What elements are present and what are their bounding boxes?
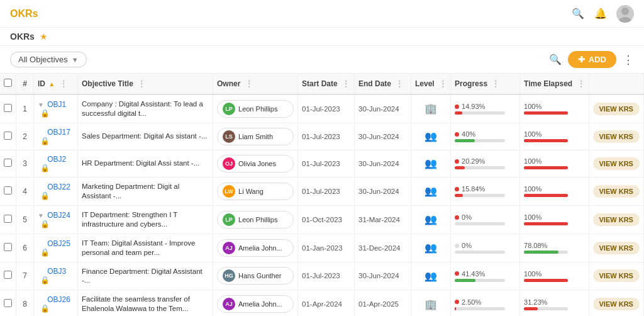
row-checkbox[interactable]: [4, 186, 12, 195]
view-krs-button[interactable]: VIEW KRS: [593, 185, 640, 198]
owner-chip[interactable]: LW Li Wang: [217, 183, 294, 200]
col-elapsed-header[interactable]: Time Elapsed ⋮: [520, 74, 589, 94]
owner-chip[interactable]: LP Leon Phillips: [217, 100, 294, 118]
progress-dot-row: 0%: [455, 242, 516, 249]
filter-label: All Objectives: [18, 55, 68, 64]
col-drag-icon[interactable]: ⋮: [577, 79, 585, 88]
view-krs-button[interactable]: VIEW KRS: [593, 242, 640, 254]
bell-icon[interactable]: 🔔: [594, 7, 608, 21]
objective-id-link[interactable]: OBJ22: [47, 183, 70, 191]
col-drag-icon[interactable]: ⋮: [245, 79, 253, 88]
objective-id-link[interactable]: OBJ3: [47, 267, 66, 276]
row-owner-cell: HG Hans Gunther: [213, 262, 298, 290]
col-drag-icon[interactable]: ⋮: [396, 79, 403, 88]
owner-avatar: OJ: [223, 157, 235, 170]
col-title-header[interactable]: Objective Title ⋮: [78, 74, 213, 94]
progress-bar-bg: [455, 251, 505, 254]
expand-icon[interactable]: ▼: [38, 212, 44, 219]
col-owner-header[interactable]: Owner ⋮: [213, 74, 298, 94]
progress-value: 0%: [462, 213, 472, 221]
elapsed-cell: 100%: [524, 157, 584, 169]
row-id-cell: ▼ OBJ2 🔒: [34, 150, 78, 177]
row-start-cell: 01-Jul-2023: [298, 94, 355, 123]
col-checkbox: [0, 74, 16, 94]
lock-icon: 🔒: [40, 220, 50, 229]
col-id-header[interactable]: ID ▲ ⋮: [34, 74, 78, 94]
progress-value: 0%: [462, 242, 472, 249]
objective-id-link[interactable]: OBJ17: [47, 128, 70, 137]
row-checkbox[interactable]: [4, 243, 12, 251]
row-checkbox-cell: [0, 290, 16, 316]
row-level-cell: 👥: [411, 262, 451, 290]
row-action-cell: VIEW KRS: [589, 123, 643, 150]
owner-chip[interactable]: OJ Olivia Jones: [217, 155, 294, 172]
row-level-cell: 👥: [411, 234, 451, 262]
col-drag-icon[interactable]: ⋮: [60, 79, 67, 88]
favorite-icon[interactable]: ★: [40, 31, 48, 42]
col-drag-icon[interactable]: ⋮: [439, 79, 447, 88]
col-progress-header[interactable]: Progress ⋮: [451, 74, 520, 94]
elapsed-bar-bg: [524, 222, 568, 225]
col-level-header[interactable]: Level ⋮: [411, 74, 451, 94]
col-drag-icon[interactable]: ⋮: [492, 79, 499, 88]
level-icon: 👥: [425, 131, 437, 142]
owner-chip[interactable]: AJ Amelia John...: [217, 239, 294, 257]
objective-id-link[interactable]: OBJ2: [47, 155, 66, 164]
end-date: 30-Jun-2024: [358, 105, 399, 113]
row-checkbox-cell: [0, 177, 16, 205]
row-checkbox[interactable]: [4, 104, 12, 112]
progress-dot-row: 15.84%: [455, 185, 516, 193]
row-progress-cell: 40%: [451, 123, 520, 150]
col-drag-icon[interactable]: ⋮: [138, 79, 145, 88]
table-row: 5 ▼ OBJ24 🔒 IT Department: Strengthen I …: [0, 205, 644, 234]
table-row: 4 ▼ OBJ22 🔒 Marketing Department: Digit …: [0, 177, 644, 205]
objective-id-link[interactable]: OBJ24: [47, 211, 70, 220]
progress-bar-bg: [455, 194, 505, 197]
progress-bar-fill: [455, 139, 475, 142]
row-checkbox[interactable]: [4, 159, 12, 167]
search-icon[interactable]: 🔍: [571, 7, 585, 21]
add-button[interactable]: ✚ ADD: [568, 51, 616, 68]
more-options-icon[interactable]: ⋮: [623, 53, 634, 67]
owner-chip[interactable]: HG Hans Gunther: [217, 267, 294, 285]
row-start-cell: 01-Jul-2023: [298, 123, 355, 150]
svg-point-0: [621, 8, 629, 15]
select-all-checkbox[interactable]: [4, 79, 12, 87]
progress-bar-bg: [455, 139, 505, 142]
objective-title: Company : Digital Assistant: To lead a s…: [82, 100, 203, 117]
objective-id-link[interactable]: OBJ25: [47, 239, 70, 248]
owner-chip[interactable]: AJ Amelia John...: [217, 295, 294, 313]
objective-id-link[interactable]: OBJ26: [47, 295, 70, 304]
progress-dot: [455, 271, 459, 276]
elapsed-cell: 31.23%: [524, 298, 584, 310]
col-drag-icon[interactable]: ⋮: [342, 79, 350, 88]
col-end-header[interactable]: End Date ⋮: [355, 74, 411, 94]
owner-chip[interactable]: LS Liam Smith: [217, 128, 294, 145]
view-krs-button[interactable]: VIEW KRS: [593, 269, 640, 282]
row-checkbox[interactable]: [4, 299, 12, 307]
objective-id-link[interactable]: OBJ1: [47, 100, 66, 109]
user-avatar[interactable]: [616, 5, 634, 23]
filter-dropdown[interactable]: All Objectives ▼: [10, 52, 87, 67]
lock-icon: 🔒: [40, 248, 50, 257]
owner-name: Amelia John...: [238, 300, 282, 308]
owner-chip[interactable]: LP Leon Phillips: [217, 211, 294, 229]
row-checkbox[interactable]: [4, 215, 12, 223]
view-krs-button[interactable]: VIEW KRS: [593, 298, 640, 310]
expand-icon[interactable]: ▼: [38, 101, 44, 108]
row-checkbox[interactable]: [4, 132, 12, 140]
view-krs-button[interactable]: VIEW KRS: [593, 157, 640, 170]
view-krs-button[interactable]: VIEW KRS: [593, 130, 640, 143]
start-date: 01-Oct-2023: [302, 216, 342, 223]
progress-dot-row: 14.93%: [455, 103, 516, 110]
row-checkbox[interactable]: [4, 271, 12, 279]
progress-dot-row: 20.29%: [455, 157, 516, 165]
row-elapsed-cell: 100%: [520, 123, 589, 150]
elapsed-bar-fill: [524, 194, 568, 197]
search-button[interactable]: 🔍: [549, 54, 562, 65]
end-date: 01-Apr-2025: [358, 300, 399, 308]
col-start-header[interactable]: Start Date ⋮: [298, 74, 355, 94]
view-krs-button[interactable]: VIEW KRS: [593, 103, 640, 115]
view-krs-button[interactable]: VIEW KRS: [593, 213, 640, 226]
row-id-cell: ▼ OBJ24 🔒: [34, 205, 78, 234]
